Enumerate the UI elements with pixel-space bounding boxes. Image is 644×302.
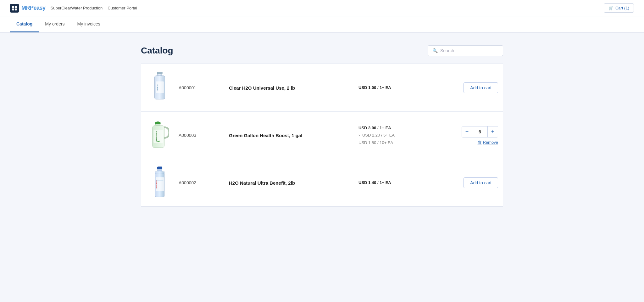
search-box: 🔍 xyxy=(428,45,503,56)
tier-price: USD 1.80 xyxy=(358,140,376,145)
tier-qty: / 10+ EA xyxy=(377,140,393,145)
remove-label: Remove xyxy=(483,140,498,145)
main-content: Catalog 🔍 xyxy=(133,33,511,219)
header: MRPeasy SuperClearWater Production Custo… xyxy=(0,0,644,16)
product-sku: A000001 xyxy=(179,85,229,90)
product-action: − + 🗑 Remove xyxy=(428,126,503,145)
table-row: GREEN GALLON H₂O A000003 Green Gallon He… xyxy=(141,112,503,159)
logo-mrp: MRP xyxy=(21,5,34,11)
product-image-p3: H2O NATURAL xyxy=(150,165,169,200)
product-name: H2O Natural Ultra Benefit, 2lb xyxy=(229,180,358,186)
tier-price: USD 2.20 xyxy=(362,133,380,137)
product-sku: A000002 xyxy=(179,180,229,185)
svg-rect-22 xyxy=(156,180,164,181)
product-name: Clear H2O Universal Use, 2 lb xyxy=(229,85,358,91)
product-price: USD 1.40 / 1+ EA xyxy=(358,179,428,186)
svg-text:H2O NATURAL: H2O NATURAL xyxy=(156,180,158,188)
nav: Catalog My orders My invoices xyxy=(0,16,644,33)
quantity-input[interactable] xyxy=(472,126,488,137)
svg-rect-21 xyxy=(156,179,164,179)
table-row: H2O NATURAL A000002 H2O Natural Ultra Be… xyxy=(141,159,503,206)
catalog-table: CLEAR H2O A000001 Clear H2O Universal Us… xyxy=(141,64,503,207)
nav-catalog[interactable]: Catalog xyxy=(10,16,39,32)
svg-rect-3 xyxy=(15,8,17,10)
nav-my-orders[interactable]: My orders xyxy=(39,16,71,32)
product-action: Add to cart xyxy=(428,82,503,93)
quantity-stepper: − + xyxy=(462,126,498,137)
quantity-controls: − + 🗑 Remove xyxy=(462,126,498,145)
quantity-increase-button[interactable]: + xyxy=(488,126,498,137)
tier-qty: / 5+ EA xyxy=(381,133,395,137)
nav-my-invoices[interactable]: My invoices xyxy=(71,16,107,32)
svg-text:GREEN GALLON: GREEN GALLON xyxy=(156,131,157,142)
price-tier-1: USD 3.00 / 1+ EA xyxy=(358,124,428,131)
quantity-decrease-button[interactable]: − xyxy=(462,126,472,137)
logo: MRPeasy xyxy=(10,4,46,13)
add-to-cart-button-p3[interactable]: Add to cart xyxy=(464,177,498,188)
price-value: USD 1.00 / 1+ EA xyxy=(358,85,391,90)
search-icon: 🔍 xyxy=(432,48,438,53)
tier-qty: / 1+ EA xyxy=(377,126,391,130)
svg-rect-2 xyxy=(12,8,14,10)
product-image-col: GREEN GALLON H₂O xyxy=(141,118,179,153)
logo-svg xyxy=(12,5,17,11)
cart-label: Cart (1) xyxy=(615,6,629,10)
header-company: SuperClearWater Production xyxy=(51,6,103,10)
product-image-p1: CLEAR H2O xyxy=(150,70,169,105)
price-tier-3: USD 1.80 / 10+ EA xyxy=(358,139,428,146)
trash-icon: 🗑 xyxy=(478,140,482,145)
logo-easy: easy xyxy=(34,5,46,11)
table-row: CLEAR H2O A000001 Clear H2O Universal Us… xyxy=(141,64,503,112)
header-portal: Customer Portal xyxy=(108,6,137,10)
tier-price: USD 3.00 xyxy=(358,126,376,130)
svg-text:CLEAR H2O: CLEAR H2O xyxy=(157,84,158,91)
page-header: Catalog 🔍 xyxy=(141,45,503,56)
cart-icon: 🛒 xyxy=(608,6,613,10)
cart-button[interactable]: 🛒 Cart (1) xyxy=(604,3,634,13)
product-action: Add to cart xyxy=(428,177,503,188)
product-image-col: CLEAR H2O xyxy=(141,70,179,105)
svg-rect-0 xyxy=(12,6,14,8)
remove-button[interactable]: 🗑 Remove xyxy=(478,140,498,145)
header-left: MRPeasy SuperClearWater Production Custo… xyxy=(10,4,137,13)
svg-rect-5 xyxy=(157,72,163,74)
svg-rect-1 xyxy=(15,6,17,8)
svg-text:H₂O: H₂O xyxy=(157,140,160,142)
product-image-p2: GREEN GALLON H₂O xyxy=(150,118,169,153)
svg-rect-16 xyxy=(157,166,162,169)
price-tier-2: › USD 2.20 / 5+ EA xyxy=(358,131,428,139)
arrow-icon: › xyxy=(358,133,360,137)
add-to-cart-button-p1[interactable]: Add to cart xyxy=(464,82,498,93)
product-price: USD 3.00 / 1+ EA › USD 2.20 / 5+ EA USD … xyxy=(358,124,428,146)
price-value: USD 1.40 / 1+ EA xyxy=(358,180,391,185)
page-title: Catalog xyxy=(141,46,173,56)
product-name: Green Gallon Health Boost, 1 gal xyxy=(229,133,358,138)
product-price: USD 1.00 / 1+ EA xyxy=(358,84,428,91)
logo-icon xyxy=(10,4,19,13)
search-input[interactable] xyxy=(440,48,498,53)
product-sku: A000003 xyxy=(179,133,229,138)
logo-text: MRPeasy xyxy=(21,5,46,11)
product-image-col: H2O NATURAL xyxy=(141,165,179,200)
